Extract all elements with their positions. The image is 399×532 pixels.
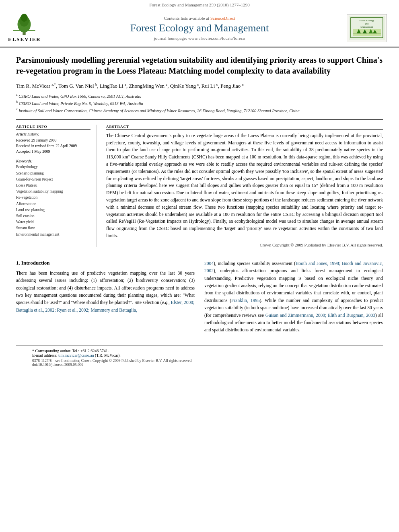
sup-c2: c <box>197 82 199 86</box>
authors-line: Tim R. McVicar a,*, Tom G. Van Niel b, L… <box>16 82 383 90</box>
main-content: Parsimoniously modelling perennial veget… <box>0 47 399 345</box>
author-email[interactable]: tim.mcvicar@csiro.au <box>58 353 94 357</box>
sup-a2: a <box>125 82 126 86</box>
sup-c4: c <box>242 82 244 86</box>
journal-header: ELSEVIER Contents lists available at Sci… <box>0 9 399 47</box>
received-date: Received 29 January 2009 <box>16 138 90 143</box>
ref-2004[interactable]: 2004 <box>204 261 214 266</box>
sup-b: b <box>95 82 97 86</box>
svg-rect-10 <box>353 29 381 36</box>
introduction-heading: 1. Introduction <box>16 260 195 266</box>
svg-text:and: and <box>365 23 369 25</box>
affiliations: a CSIRO Land and Water, GPO Box 1666, Ca… <box>16 92 383 115</box>
page-footer: * Corresponding author. Tel.: +61 2 6246… <box>16 345 383 367</box>
ref-booth-jones-1998[interactable]: Booth and Jones, 1998; <box>296 261 340 266</box>
article-info-abstract-section: Article Info Article history: Received 2… <box>16 119 383 247</box>
keywords-title: Keywords: <box>16 159 90 163</box>
sup-c1: c <box>166 82 167 86</box>
introduction-paragraph-1: There has been increasing use of predict… <box>16 269 195 314</box>
section-divider <box>16 254 383 254</box>
keyword-water-yield: Water yield <box>16 219 90 225</box>
article-history-title: Article history: <box>16 132 90 136</box>
forest-ecology-logo-icon: Forest Ecology and Management <box>349 16 385 40</box>
ref-elster-2000[interactable]: Elster, 2000; <box>171 300 194 305</box>
copyright-line: Crown Copyright © 2009 Published by Else… <box>106 243 383 247</box>
corresponding-author-note: * Corresponding author. Tel.: +61 2 6246… <box>32 349 367 357</box>
introduction-right: 2004), including species suitability ass… <box>204 260 383 337</box>
journal-logo-area: Forest Ecology and Management <box>347 14 391 42</box>
svg-text:Forest Ecology: Forest Ecology <box>360 19 374 22</box>
ref-elith-burgman-2003[interactable]: Elith and Burgman, 2003 <box>328 313 375 318</box>
accepted-date: Accepted 1 May 2009 <box>16 149 90 154</box>
svg-text:Management: Management <box>360 26 373 28</box>
elsevier-brand: ELSEVIER <box>8 36 41 43</box>
keyword-scenario: Scenario planning <box>16 170 90 177</box>
affiliation-a: a CSIRO Land and Water, GPO Box 1666, Ca… <box>16 92 383 100</box>
sup-c3: c <box>216 82 218 86</box>
abstract-label: Abstract <box>106 125 383 130</box>
doi-line: doi:10.1016/j.foreco.2009.05.002 <box>32 363 367 367</box>
affiliation-b: b CSIRO Land and Water, Private Bag No. … <box>16 100 383 107</box>
keyword-afforestation: Afforestation <box>16 201 90 207</box>
email-label: E-mail address: <box>32 353 57 357</box>
ref-ryan-2002[interactable]: Ryan et al., 2002; <box>57 308 90 312</box>
introduction-paragraph-2: 2004), including species suitability ass… <box>204 260 383 334</box>
keyword-stream-flow: Stream flow <box>16 225 90 231</box>
affiliation-c: c Institute of Soil and Water Conservati… <box>16 107 383 114</box>
abstract-column: Abstract The Chinese Central government'… <box>106 125 383 247</box>
journal-title: Forest Ecology and Management <box>52 22 347 34</box>
ref-guisan-zimmermann-2000[interactable]: Guisan and Zimmermann, 2000; <box>265 313 327 318</box>
ref-battaglia-2002[interactable]: Battaglia et al., 2002; <box>16 308 56 312</box>
ref-booth-jovanovic-2002[interactable]: Booth and Jovanovic, 2002 <box>204 261 383 273</box>
elsevier-logo-area: ELSEVIER <box>8 13 52 43</box>
svg-point-3 <box>21 14 28 22</box>
keyword-env-mgmt: Environmental management <box>16 232 90 238</box>
received-revised-date: Received in revised form 22 April 2009 <box>16 143 90 149</box>
journal-logo-box: Forest Ecology and Management <box>347 14 387 42</box>
keyword-ecohydrology: Ecohydrology <box>16 164 90 170</box>
journal-citation: Forest Ecology and Management 259 (2010)… <box>0 0 399 9</box>
abstract-text: The Chinese Central government's policy … <box>106 132 383 240</box>
keyword-veg-mapping: Vegetation suitability mapping <box>16 189 90 195</box>
keyword-loess: Loess Plateau <box>16 183 90 189</box>
article-info-column: Article Info Article history: Received 2… <box>16 125 97 247</box>
article-info-label: Article Info <box>16 125 90 130</box>
ref-franklin-1995[interactable]: Franklin, 1995 <box>231 298 260 303</box>
keyword-grain: Grain-for-Green Project <box>16 177 90 183</box>
journal-homepage: journal homepage: www.elsevier.com/locat… <box>52 36 347 41</box>
journal-logo-inner: Forest Ecology and Management <box>347 14 387 42</box>
keywords-section: Keywords: Ecohydrology Scenario planning… <box>16 159 90 237</box>
journal-title-area: Contents lists available at ScienceDirec… <box>52 16 347 41</box>
svg-rect-4 <box>13 30 35 31</box>
issn-line: 0378-1127/$ – see front matter, Crown Co… <box>32 359 367 363</box>
sciencedirect-link: Contents lists available at ScienceDirec… <box>52 16 347 21</box>
introduction-left: 1. Introduction There has been increasin… <box>16 260 195 337</box>
keyword-soil-erosion: Soil erosion <box>16 213 90 219</box>
introduction-section: 1. Introduction There has been increasin… <box>16 260 383 337</box>
sup-star: * <box>54 82 56 86</box>
keyword-revegetation: Re-vegetation <box>16 195 90 201</box>
keyword-land-use: Land-use planning <box>16 207 90 213</box>
ref-mummery-battaglia[interactable]: Mummery and Battaglia, <box>90 308 137 312</box>
email-person: (T.R. McVicar). <box>95 353 121 357</box>
sciencedirect-anchor[interactable]: ScienceDirect <box>210 16 235 21</box>
elsevier-tree-icon <box>8 13 40 35</box>
article-title: Parsimoniously modelling perennial veget… <box>16 55 383 76</box>
